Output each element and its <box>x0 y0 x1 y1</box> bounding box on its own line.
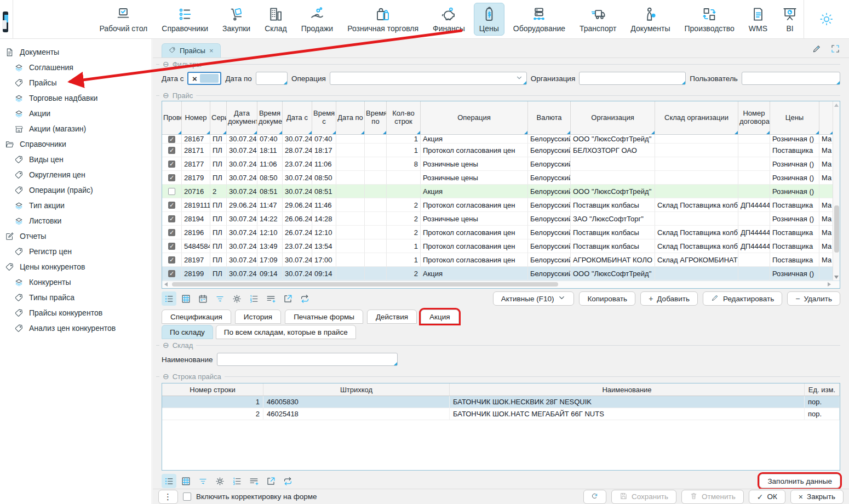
row-checkbox[interactable] <box>168 202 175 209</box>
table-row[interactable]: 28199ПЛ30.07.2409:1430.07.2409:142АкцияБ… <box>162 267 834 280</box>
row-checkbox[interactable] <box>168 147 175 154</box>
edit-icon[interactable] <box>812 44 822 55</box>
row-checkbox[interactable] <box>168 174 175 181</box>
tab-close-icon[interactable]: × <box>209 47 214 55</box>
sidebar-item-9[interactable]: Округления цен <box>0 167 152 182</box>
row-column-header-4[interactable]: Ед. изм. <box>805 383 840 396</box>
sidebar-item-17[interactable]: Типы прайса <box>0 290 152 305</box>
sun-icon[interactable] <box>818 11 835 27</box>
column-header-4[interactable]: Дата документа <box>227 101 257 135</box>
column-header-11[interactable]: Операция <box>421 101 528 135</box>
save-button[interactable]: Сохранить <box>611 490 676 504</box>
row-checkbox[interactable] <box>168 270 175 277</box>
sidebar-item-3[interactable]: Прайсы <box>0 75 152 90</box>
adjust-checkbox[interactable] <box>183 492 191 501</box>
column-header-5[interactable]: Время документа <box>257 101 283 135</box>
table-row[interactable]: 28179ПЛ30.07.2408:5030.07.2408:50Розничн… <box>162 171 834 185</box>
gear-icon[interactable] <box>230 291 244 306</box>
column-header-7[interactable]: Время с <box>312 101 336 135</box>
scroll-thumb[interactable] <box>172 282 558 287</box>
row-column-header-2[interactable]: Штрихкод <box>263 383 450 396</box>
ok-button[interactable]: ✓ ОК <box>749 490 785 504</box>
detail-tab-4[interactable]: Действия <box>367 310 417 324</box>
edit-button[interactable]: Редактировать <box>703 291 782 306</box>
filter-icon[interactable] <box>196 474 210 488</box>
column-header-3[interactable]: Серия <box>210 101 227 135</box>
filter-icon[interactable] <box>213 291 227 306</box>
clear-icon[interactable]: × <box>190 74 199 83</box>
menu-item-7[interactable]: Финансы <box>427 3 471 36</box>
table-row[interactable]: 28177ПЛ30.07.2411:0623.07.2411:068Рознич… <box>162 157 834 171</box>
row-checkbox[interactable] <box>168 243 175 250</box>
warehouse-tab-2[interactable]: По всем складам, которые в прайсе <box>216 325 356 339</box>
column-header-10[interactable]: Кол-во строк <box>387 101 421 135</box>
menu-item-2[interactable]: Справочники <box>156 3 214 36</box>
row-checkbox[interactable] <box>168 161 175 168</box>
column-header-1[interactable]: Проведен <box>162 101 182 135</box>
menu-item-4[interactable]: Склад <box>259 3 292 36</box>
collapse-icon[interactable]: ⊖ <box>163 341 169 349</box>
menu-item-8[interactable]: Цены <box>474 3 504 36</box>
add-row-icon[interactable] <box>263 291 278 306</box>
row-checkbox[interactable] <box>168 188 175 195</box>
scroll-right-icon[interactable] <box>828 282 831 287</box>
sidebar-item-19[interactable]: Анализ цен конкурентов <box>0 320 152 336</box>
horizontal-scrollbar[interactable] <box>162 280 840 288</box>
delete-button[interactable]: − Удалить <box>787 291 840 306</box>
scroll-thumb[interactable] <box>834 205 839 252</box>
column-header-9[interactable]: Время по <box>365 101 387 135</box>
active-filter-button[interactable]: Активные (F10) <box>493 291 575 306</box>
export-icon[interactable] <box>280 291 295 306</box>
gear-icon[interactable] <box>213 474 227 488</box>
row-checkbox[interactable] <box>168 256 175 264</box>
detail-tab-3[interactable]: Печатные формы <box>285 310 363 324</box>
table-row[interactable]: 54845841ПЛ30.07.2413:4923.07.2413:541Про… <box>162 239 834 253</box>
repeat-icon[interactable] <box>280 474 295 488</box>
column-header-12[interactable]: Валюта <box>528 101 571 135</box>
sidebar-item-13[interactable]: Отчеты <box>0 228 152 244</box>
menu-item-11[interactable]: Документы <box>625 3 675 36</box>
column-header-6[interactable]: Дата с <box>283 101 312 135</box>
sidebar-item-2[interactable]: Соглашения <box>0 60 152 75</box>
sidebar-item-6[interactable]: Акции (магазин) <box>0 121 152 136</box>
detail-tab-2[interactable]: История <box>235 310 281 324</box>
sidebar-item-12[interactable]: Листовки <box>0 213 152 228</box>
sidebar-item-8[interactable]: Виды цен <box>0 152 152 167</box>
tab-pricelists[interactable]: Прайсы × <box>162 43 221 58</box>
numbered-list-icon[interactable] <box>230 474 244 488</box>
column-header-2[interactable]: Номер <box>182 101 210 135</box>
row-checkbox[interactable] <box>168 136 175 143</box>
more-button[interactable]: ⋮ <box>158 490 178 504</box>
user-input[interactable] <box>742 72 840 85</box>
fullscreen-icon[interactable] <box>830 44 840 55</box>
sidebar-item-11[interactable]: Тип акции <box>0 198 152 213</box>
menu-item-3[interactable]: Закупки <box>217 3 256 36</box>
table-row[interactable]: 246025418БАТОНЧИК ШОК.НАТС МЕГАБАЙТ 66Г … <box>162 408 840 420</box>
table-row[interactable]: 28167ПЛ30.07.2407:4030.07.2407:401АкцияБ… <box>162 135 834 144</box>
calendar-icon[interactable] <box>196 291 210 306</box>
repeat-icon[interactable] <box>297 291 312 306</box>
export-icon[interactable] <box>263 474 278 488</box>
menu-item-10[interactable]: Транспорт <box>574 3 622 36</box>
column-header-16[interactable]: Цены <box>770 101 819 135</box>
list-view-icon[interactable] <box>162 291 176 306</box>
sidebar-item-4[interactable]: Торговые надбавки <box>0 90 152 106</box>
copy-button[interactable]: Копировать <box>579 291 635 306</box>
collapse-icon[interactable]: ⊖ <box>163 373 169 380</box>
date-to-input[interactable] <box>256 72 288 85</box>
vertical-scrollbar[interactable] <box>833 101 840 281</box>
list-view-icon[interactable] <box>162 474 176 488</box>
row-checkbox[interactable] <box>168 215 175 222</box>
scroll-left-icon[interactable] <box>164 282 168 287</box>
table-row[interactable]: 28171ПЛ30.07.2418:1128.07.2418:171Проток… <box>162 144 834 157</box>
warehouse-tab-1[interactable]: По складу <box>162 325 213 339</box>
detail-tab-5[interactable]: Акция <box>421 310 459 324</box>
warehouse-name-input[interactable] <box>217 353 398 366</box>
cancel-button[interactable]: Отменить <box>681 490 744 504</box>
table-row[interactable]: 28191111ПЛ29.06.2411:4729.06.2411:462Про… <box>162 198 834 212</box>
menu-item-13[interactable]: WMS <box>743 3 773 36</box>
add-row-icon[interactable] <box>246 474 261 488</box>
grid-icon[interactable] <box>179 474 193 488</box>
collapse-icon[interactable]: ⊖ <box>163 91 169 99</box>
scroll-up-icon[interactable] <box>834 104 839 107</box>
